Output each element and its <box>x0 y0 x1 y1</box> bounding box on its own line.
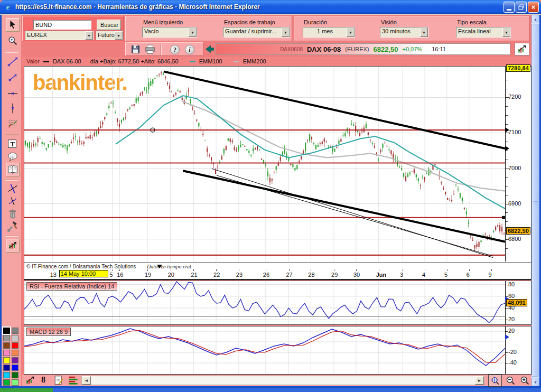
save-button[interactable] <box>131 45 140 56</box>
left-menu-value: Vacío <box>143 27 189 37</box>
chart-settings-panel: Duración 1 mes ▼ Visión 30 minutos ▼ Tip… <box>294 16 530 41</box>
search-button[interactable]: Buscar <box>97 20 121 30</box>
cursor-tool[interactable] <box>6 18 20 32</box>
price-axis[interactable]: 7280,84 6822,50 72007100700069006800 <box>505 67 531 262</box>
scrollbar-thumb[interactable] <box>531 24 539 377</box>
color-swatch[interactable] <box>12 365 18 371</box>
horizontal-scrollbar[interactable]: ◄ ► <box>81 376 484 385</box>
restore-icon <box>518 4 525 11</box>
zoom-fit-icon <box>490 376 500 386</box>
erase-line-tool[interactable] <box>6 182 20 195</box>
vertical-line-icon <box>7 102 18 114</box>
color-swatch[interactable] <box>3 342 10 349</box>
color-swatch[interactable] <box>3 350 10 356</box>
date-label: 9 <box>489 272 492 278</box>
date-label: 26 <box>263 272 269 278</box>
price-axis-label: 7200 <box>508 94 521 100</box>
vertical-scrollbar[interactable]: ▲ ▼ <box>531 15 539 386</box>
comment-tool[interactable] <box>6 150 20 164</box>
date-tick <box>239 269 239 271</box>
open-chart-button[interactable] <box>515 43 529 55</box>
vision-select[interactable]: 30 minutos ▼ <box>380 27 428 38</box>
date-tick <box>491 269 492 271</box>
color-swatch[interactable] <box>12 357 18 363</box>
text-tool[interactable]: T <box>6 137 20 151</box>
help-button[interactable]: ? <box>170 45 180 54</box>
color-swatch[interactable] <box>12 342 18 349</box>
chevron-down-icon[interactable]: ▼ <box>502 27 510 37</box>
chart-tool[interactable] <box>6 239 20 253</box>
macd-canvas[interactable] <box>24 326 505 374</box>
color-swatch[interactable] <box>12 335 18 341</box>
date-tick <box>216 269 217 271</box>
date-label: 20 <box>168 272 174 278</box>
zoom-tool[interactable] <box>6 34 20 48</box>
scroll-left-button[interactable]: ◄ <box>82 376 91 385</box>
axis-arrow-marker <box>505 127 509 133</box>
left-menu-select[interactable]: Vacío ▼ <box>142 27 197 38</box>
chevron-down-icon[interactable]: ▼ <box>85 31 93 40</box>
scroll-down-button[interactable]: ▼ <box>531 378 539 386</box>
back-chart-button[interactable] <box>205 44 214 57</box>
color-swatch[interactable] <box>12 328 18 334</box>
chevron-down-icon[interactable]: ▼ <box>115 31 123 40</box>
chevron-down-icon[interactable]: ▼ <box>420 27 428 37</box>
print-button[interactable] <box>145 44 155 57</box>
date-label: 28 <box>308 272 314 278</box>
segment-tool[interactable] <box>6 71 20 85</box>
depth-bars-button[interactable] <box>68 376 79 387</box>
horizontal-line-tool[interactable] <box>6 87 20 100</box>
quote-bar[interactable]: DAX0608 DAX 06-08 (EUREX) 6822,50 +0,07%… <box>216 43 510 55</box>
exchange-select[interactable]: EUREX ▼ <box>25 31 94 40</box>
notes-button[interactable] <box>54 375 64 388</box>
color-swatch[interactable] <box>3 335 10 341</box>
rsi-axis[interactable]: 48,091 80604020 <box>505 281 531 324</box>
date-label: 6 <box>467 272 470 278</box>
workspace-label: Espacios de trabajo <box>224 19 275 25</box>
scroll-up-button[interactable]: ▲ <box>531 15 539 23</box>
scroll-right-button[interactable]: ► <box>475 376 484 385</box>
macd-axis[interactable]: 20-20-40 <box>505 326 531 374</box>
minimize-button[interactable] <box>503 2 515 13</box>
color-swatch[interactable] <box>3 357 10 363</box>
symbol-search-input[interactable] <box>33 20 91 30</box>
scale-select[interactable]: Escala lineal ▼ <box>456 27 511 38</box>
scrollbar-track[interactable] <box>91 377 474 384</box>
delete-tool[interactable] <box>6 207 20 221</box>
trendline-tool[interactable] <box>6 55 20 69</box>
date-label: 30 <box>353 272 360 278</box>
instrument-select[interactable]: Futuro ▼ <box>96 31 123 40</box>
book-tool[interactable] <box>6 163 20 176</box>
taskbar-sliver <box>53 388 541 392</box>
zoom-in-button[interactable] <box>519 375 530 388</box>
color-swatch[interactable] <box>3 379 10 386</box>
chevron-down-icon[interactable]: ▼ <box>282 27 290 37</box>
restore-button[interactable] <box>516 2 527 13</box>
vertical-line-tool[interactable] <box>6 101 20 115</box>
zoom-fit-button[interactable] <box>488 375 502 387</box>
settings-tool[interactable] <box>6 220 20 234</box>
workspace-select[interactable]: Guardar / suprimir... ▼ <box>223 27 290 38</box>
erase-segment-tool[interactable] <box>6 194 20 208</box>
start-button-sliver[interactable] <box>0 388 53 392</box>
info-button[interactable]: i <box>185 45 194 54</box>
new-chart-button[interactable] <box>25 375 35 388</box>
taskbar[interactable] <box>0 388 541 392</box>
color-swatch[interactable] <box>3 372 10 378</box>
color-swatch[interactable] <box>12 379 18 386</box>
zoom-out-button[interactable] <box>505 375 516 388</box>
fibonacci-tool[interactable] <box>6 116 20 130</box>
close-button[interactable]: × <box>528 2 539 13</box>
color-swatch[interactable] <box>12 372 18 378</box>
title-bar[interactable]: e https://es5.it-finance.com - Herramien… <box>0 0 541 14</box>
date-label: 21 <box>191 272 197 278</box>
color-swatch[interactable] <box>3 328 10 334</box>
date-tick <box>266 269 266 271</box>
color-swatch[interactable] <box>3 365 10 371</box>
color-swatch[interactable] <box>12 350 18 356</box>
chevron-down-icon[interactable]: ▼ <box>189 27 197 37</box>
price-chart-canvas[interactable] <box>24 67 505 262</box>
duration-select[interactable]: 1 mes ▼ <box>303 27 355 38</box>
link-charts-button[interactable]: 8 <box>41 375 45 385</box>
chevron-down-icon[interactable]: ▼ <box>347 27 355 37</box>
